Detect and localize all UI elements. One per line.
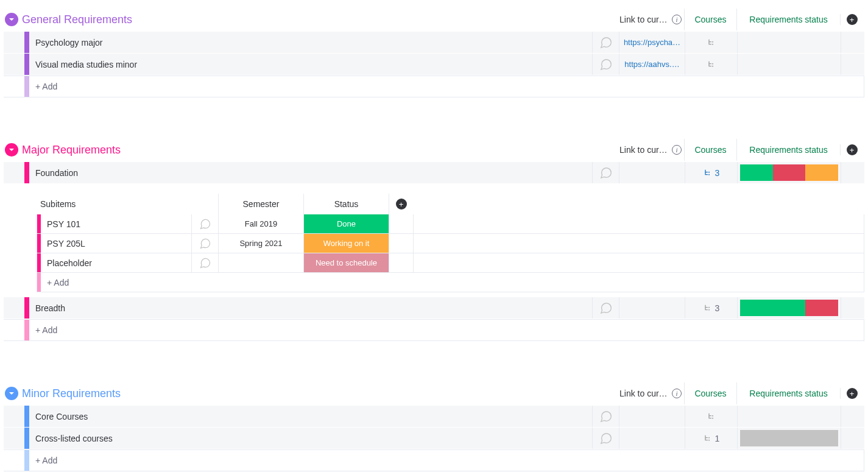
comment-button[interactable] xyxy=(593,297,619,319)
add-item-button[interactable]: + Add xyxy=(29,76,864,97)
courses-subitems-cell[interactable]: 1 xyxy=(685,428,738,449)
courses-subitems-cell[interactable] xyxy=(685,32,738,53)
link-cell[interactable]: https://psycha… xyxy=(619,32,685,53)
group-collapse-toggle[interactable] xyxy=(5,143,18,157)
item-name[interactable]: Core Courses xyxy=(29,406,593,427)
comment-button[interactable] xyxy=(593,428,619,449)
status-column-header[interactable]: Status xyxy=(303,194,389,214)
group-title[interactable]: Major Requirements xyxy=(22,144,121,157)
row-color-indicator xyxy=(24,428,29,449)
group-collapse-toggle[interactable] xyxy=(5,13,18,26)
svg-point-4 xyxy=(708,171,710,172)
requirements-status-cell[interactable] xyxy=(738,54,841,75)
item-name[interactable]: Visual media studies minor xyxy=(29,54,593,75)
item-name[interactable]: Breadth xyxy=(29,297,593,319)
svg-point-2 xyxy=(712,63,713,64)
column-header-requirements-status[interactable]: Requirements status xyxy=(736,382,840,404)
subitem-name[interactable]: Placeholder xyxy=(41,253,192,272)
link-cell[interactable] xyxy=(619,297,685,319)
requirements-status-cell[interactable] xyxy=(738,162,841,183)
column-header-courses[interactable]: Courses xyxy=(684,9,736,30)
item-name[interactable]: Psychology major xyxy=(29,32,593,53)
semester-column-header[interactable]: Semester xyxy=(218,194,303,214)
comment-button[interactable] xyxy=(192,234,219,253)
add-column-button[interactable]: + xyxy=(840,14,863,25)
requirements-status-cell[interactable] xyxy=(738,32,841,53)
svg-point-6 xyxy=(708,306,710,308)
item-name[interactable]: Foundation xyxy=(29,162,593,183)
comment-button[interactable] xyxy=(593,54,619,75)
column-header-link[interactable]: Link to curri…i xyxy=(618,139,684,161)
group-collapse-toggle[interactable] xyxy=(5,387,18,400)
info-icon[interactable]: i xyxy=(672,15,682,24)
row-color-indicator xyxy=(24,297,29,319)
column-header-requirements-status[interactable]: Requirements status xyxy=(736,139,840,161)
status-cell[interactable]: Working on it xyxy=(304,234,389,253)
comment-button[interactable] xyxy=(593,32,619,53)
column-header-link[interactable]: Link to curri…i xyxy=(618,382,684,404)
requirements-status-cell[interactable] xyxy=(738,297,841,319)
column-header-requirements-status[interactable]: Requirements status xyxy=(736,9,840,30)
row-color-indicator xyxy=(24,162,29,183)
link-cell[interactable] xyxy=(619,406,685,427)
svg-point-10 xyxy=(708,437,710,438)
status-cell[interactable]: Need to schedule xyxy=(304,253,389,272)
row-color-indicator xyxy=(24,54,29,75)
semester-cell[interactable] xyxy=(219,253,304,272)
svg-point-3 xyxy=(712,65,713,66)
plus-icon: + xyxy=(847,144,858,155)
group-title[interactable]: General Requirements xyxy=(22,13,132,26)
courses-subitems-cell[interactable] xyxy=(685,406,738,427)
comment-button[interactable] xyxy=(192,253,219,272)
svg-point-9 xyxy=(712,417,713,418)
plus-icon: + xyxy=(847,388,858,399)
column-header-courses[interactable]: Courses xyxy=(684,382,736,404)
svg-point-5 xyxy=(708,174,710,175)
comment-button[interactable] xyxy=(192,214,219,233)
add-column-button[interactable]: + xyxy=(840,144,863,155)
svg-point-11 xyxy=(708,439,710,440)
link-cell[interactable] xyxy=(619,162,685,183)
status-cell[interactable]: Done xyxy=(304,214,389,233)
column-header-link[interactable]: Link to curri…i xyxy=(618,9,684,30)
subitems-column-header[interactable]: Subitems xyxy=(37,199,218,209)
svg-point-0 xyxy=(712,41,713,42)
semester-cell[interactable]: Spring 2021 xyxy=(219,234,304,253)
row-color-indicator xyxy=(24,406,29,427)
semester-cell[interactable]: Fall 2019 xyxy=(219,214,304,233)
svg-point-8 xyxy=(712,415,713,416)
add-item-button[interactable]: + Add xyxy=(29,320,864,340)
requirements-status-cell[interactable] xyxy=(738,428,841,449)
link-cell[interactable] xyxy=(619,428,685,449)
requirements-status-cell[interactable] xyxy=(738,406,841,427)
subitem-name[interactable]: PSY 101 xyxy=(41,214,192,233)
plus-icon: + xyxy=(847,14,858,25)
link-cell[interactable]: https://aahvs.… xyxy=(619,54,685,75)
row-color-indicator xyxy=(24,32,29,53)
subitem-name[interactable]: PSY 205L xyxy=(41,234,192,253)
comment-button[interactable] xyxy=(593,162,619,183)
column-header-courses[interactable]: Courses xyxy=(684,139,736,161)
svg-point-7 xyxy=(708,309,710,310)
courses-subitems-cell[interactable] xyxy=(685,54,738,75)
add-subitem-button[interactable]: + Add xyxy=(41,273,864,292)
add-column-button[interactable]: + xyxy=(840,388,863,399)
courses-subitems-cell[interactable]: 3 xyxy=(685,162,738,183)
info-icon[interactable]: i xyxy=(672,145,682,155)
plus-icon: + xyxy=(396,199,407,210)
info-icon[interactable]: i xyxy=(672,389,682,398)
item-name[interactable]: Cross-listed courses xyxy=(29,428,593,449)
group-title[interactable]: Minor Requirements xyxy=(22,387,121,400)
courses-subitems-cell[interactable]: 3 xyxy=(685,297,738,319)
add-sub-column-button[interactable]: + xyxy=(389,194,413,214)
svg-point-1 xyxy=(712,43,713,44)
add-item-button[interactable]: + Add xyxy=(29,450,864,471)
comment-button[interactable] xyxy=(593,406,619,427)
